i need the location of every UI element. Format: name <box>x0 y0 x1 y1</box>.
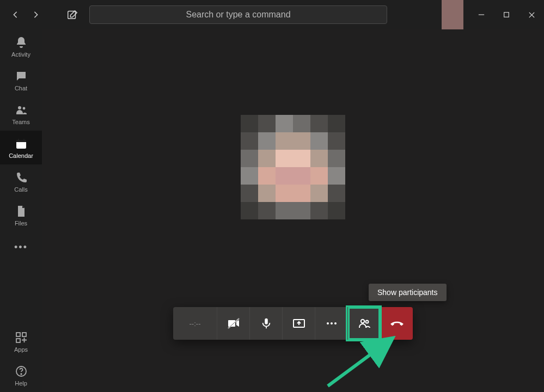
calendar-icon <box>15 137 28 150</box>
svg-point-21 <box>331 322 333 324</box>
call-stage: Show participants --:-- <box>42 29 544 392</box>
hang-up-icon <box>390 316 404 330</box>
rail-label: Help <box>15 380 27 387</box>
rail-item-teams[interactable]: Teams <box>0 97 42 131</box>
camera-off-icon <box>227 317 240 330</box>
svg-rect-2 <box>504 13 509 17</box>
svg-point-6 <box>22 107 25 110</box>
forward-button[interactable] <box>30 9 41 20</box>
rail-item-calls[interactable]: Calls <box>0 164 42 198</box>
search-placeholder: Search or type a command <box>186 10 290 20</box>
svg-line-25 <box>328 340 390 386</box>
rail-label: Activity <box>11 51 30 58</box>
call-timer: --:-- <box>173 307 217 340</box>
rail-item-help[interactable]: Help <box>0 358 42 392</box>
rail-item-chat[interactable]: Chat <box>0 63 42 97</box>
toggle-mic-button[interactable] <box>249 307 282 340</box>
svg-point-22 <box>334 322 337 324</box>
rail-label: Chat <box>15 85 27 91</box>
annotation-arrow <box>320 332 412 391</box>
search-input[interactable]: Search or type a command <box>89 5 387 24</box>
more-icon <box>325 317 338 330</box>
share-screen-button[interactable] <box>282 307 315 340</box>
tooltip-show-participants: Show participants <box>369 284 447 301</box>
rail-label: Calendar <box>9 152 33 159</box>
back-button[interactable] <box>10 9 21 20</box>
rail-label: Apps <box>14 346 28 353</box>
svg-point-5 <box>18 106 21 109</box>
chat-icon <box>15 70 28 83</box>
svg-point-20 <box>327 322 329 324</box>
new-message-button[interactable] <box>66 9 78 21</box>
svg-rect-13 <box>16 339 20 342</box>
participant-video <box>241 115 345 219</box>
title-bar: Search or type a command <box>0 0 544 29</box>
files-icon <box>15 205 28 218</box>
rail-label: Teams <box>12 119 29 125</box>
app-rail: Activity Chat Teams Calendar Calls Files… <box>0 29 42 392</box>
window-controls <box>442 0 544 29</box>
call-toolbar: --:-- <box>173 307 413 340</box>
people-icon <box>358 317 371 330</box>
svg-point-15 <box>21 373 22 375</box>
window-maximize-button[interactable] <box>494 0 519 29</box>
rail-item-calendar[interactable]: Calendar <box>0 131 42 164</box>
rail-item-activity[interactable]: Activity <box>0 29 42 63</box>
apps-icon <box>15 331 28 344</box>
bell-icon <box>15 36 28 49</box>
svg-rect-18 <box>265 318 268 324</box>
share-screen-icon <box>292 317 305 330</box>
rail-item-apps[interactable]: Apps <box>0 324 42 358</box>
microphone-icon <box>260 317 272 329</box>
rail-label: Files <box>15 220 27 226</box>
rail-label: Calls <box>14 186 27 193</box>
svg-point-23 <box>360 320 364 323</box>
help-icon <box>15 365 28 378</box>
window-close-button[interactable] <box>519 0 544 29</box>
toggle-camera-button[interactable] <box>217 307 249 340</box>
profile-avatar[interactable] <box>442 0 463 29</box>
calls-icon <box>15 171 28 184</box>
svg-point-24 <box>365 321 368 323</box>
more-actions-button[interactable] <box>315 307 347 340</box>
hang-up-button[interactable] <box>380 307 413 340</box>
svg-rect-12 <box>22 333 26 336</box>
window-minimize-button[interactable] <box>469 0 494 29</box>
show-participants-button[interactable] <box>347 307 380 340</box>
svg-rect-8 <box>16 140 26 142</box>
rail-item-files[interactable]: Files <box>0 198 42 232</box>
rail-more-button[interactable]: ••• <box>0 232 42 263</box>
teams-icon <box>15 103 28 117</box>
svg-rect-11 <box>16 333 20 336</box>
history-nav <box>10 9 41 20</box>
